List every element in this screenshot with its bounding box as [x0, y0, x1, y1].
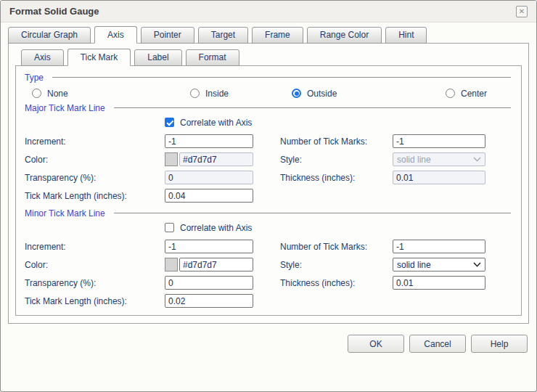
- tab-target[interactable]: Target: [198, 27, 248, 44]
- dialog-title: Format Solid Gauge: [9, 6, 516, 17]
- tab-axis[interactable]: Axis: [94, 26, 137, 44]
- minor-color-label: Color:: [25, 260, 165, 270]
- chevron-down-icon: [473, 157, 481, 162]
- minor-length-input[interactable]: [165, 294, 253, 308]
- subtab-tick-mark[interactable]: Tick Mark: [67, 49, 131, 66]
- major-section-header: Major Tick Mark Line: [25, 102, 512, 113]
- section-divider: [52, 77, 511, 78]
- major-transparency-label: Transparency (%):: [25, 173, 165, 183]
- minor-num-ticks-label: Number of Tick Marks:: [280, 242, 393, 252]
- major-increment-label: Increment:: [25, 136, 165, 147]
- chevron-down-icon: [473, 262, 481, 267]
- major-color-cell: [165, 152, 253, 166]
- subtab-axis[interactable]: Axis: [21, 49, 64, 66]
- radio-inside-icon: [190, 89, 200, 98]
- radio-inside[interactable]: Inside: [190, 87, 292, 99]
- type-section-header: Type: [25, 72, 512, 83]
- tick-mark-panel: Type None Inside Outside Cent: [15, 65, 522, 316]
- tab-circular-graph[interactable]: Circular Graph: [8, 27, 91, 44]
- minor-num-ticks-input[interactable]: [393, 240, 485, 253]
- minor-correlate-checkbox[interactable]: Correlate with Axis: [165, 222, 512, 233]
- major-color-swatch: [165, 152, 178, 166]
- dialog-footer: OK Cancel Help: [9, 335, 528, 353]
- minor-increment-label: Increment:: [25, 242, 165, 252]
- radio-center-icon: [446, 89, 455, 98]
- minor-section-header: Minor Tick Mark Line: [25, 208, 512, 219]
- major-num-ticks-input[interactable]: [393, 134, 485, 148]
- major-transparency-input: [165, 171, 253, 184]
- radio-none[interactable]: None: [32, 87, 190, 99]
- tick-type-radio-group: None Inside Outside Center: [25, 87, 512, 99]
- cancel-button[interactable]: Cancel: [409, 335, 466, 353]
- minor-transparency-input[interactable]: [165, 276, 253, 290]
- tab-hint[interactable]: Hint: [385, 27, 427, 44]
- minor-thickness-input[interactable]: [393, 276, 485, 290]
- tab-frame[interactable]: Frame: [252, 27, 303, 44]
- major-style-label: Style:: [280, 155, 393, 165]
- radio-center[interactable]: Center: [446, 87, 512, 99]
- minor-color-cell: [165, 258, 253, 271]
- checkbox-icon: [165, 118, 174, 127]
- minor-increment-input[interactable]: [165, 240, 253, 253]
- minor-transparency-label: Transparency (%):: [25, 278, 165, 288]
- major-fields: Increment: Number of Tick Marks: Color: …: [25, 134, 512, 203]
- major-style-select: solid line: [393, 152, 485, 166]
- major-increment-input[interactable]: [165, 134, 253, 148]
- major-length-label: Tick Mark Length (inches):: [25, 191, 165, 201]
- radio-outside-icon: [292, 89, 301, 98]
- major-length-input[interactable]: [165, 189, 253, 203]
- sub-tab-strip: Axis Tick Mark Label Format: [21, 49, 522, 66]
- major-thickness-label: Thickness (inches):: [280, 173, 393, 183]
- tab-pointer[interactable]: Pointer: [141, 27, 194, 44]
- minor-color-input[interactable]: [179, 258, 253, 271]
- close-icon[interactable]: ✕: [516, 6, 528, 17]
- type-header-label: Type: [25, 73, 44, 83]
- minor-color-swatch[interactable]: [165, 258, 178, 271]
- subtab-label[interactable]: Label: [134, 49, 181, 66]
- minor-thickness-label: Thickness (inches):: [280, 278, 393, 288]
- minor-fields: Increment: Number of Tick Marks: Color: …: [25, 240, 512, 308]
- subtab-format[interactable]: Format: [186, 49, 239, 66]
- major-header-label: Major Tick Mark Line: [25, 103, 105, 113]
- section-divider: [114, 107, 511, 108]
- section-divider: [114, 213, 511, 213]
- tab-range-color[interactable]: Range Color: [307, 27, 382, 44]
- dialog-titlebar: Format Solid Gauge ✕: [1, 1, 536, 23]
- major-color-label: Color:: [25, 155, 165, 165]
- ok-button[interactable]: OK: [348, 335, 404, 353]
- minor-header-label: Minor Tick Mark Line: [25, 208, 105, 219]
- main-tab-strip: Circular Graph Axis Pointer Target Frame…: [8, 27, 529, 44]
- help-button[interactable]: Help: [471, 335, 528, 353]
- radio-outside[interactable]: Outside: [292, 87, 446, 99]
- checkbox-icon: [165, 223, 174, 232]
- minor-style-label: Style:: [280, 260, 393, 270]
- axis-tab-panel: Axis Tick Mark Label Format Type None In…: [8, 43, 529, 324]
- minor-length-label: Tick Mark Length (inches):: [25, 296, 165, 306]
- radio-none-icon: [32, 89, 41, 98]
- major-correlate-checkbox[interactable]: Correlate with Axis: [165, 117, 512, 128]
- minor-style-select[interactable]: solid line: [393, 258, 485, 271]
- format-solid-gauge-dialog: Format Solid Gauge ✕ Circular Graph Axis…: [0, 0, 537, 392]
- major-num-ticks-label: Number of Tick Marks:: [280, 136, 393, 147]
- major-color-input: [179, 152, 253, 166]
- major-thickness-input: [393, 171, 485, 184]
